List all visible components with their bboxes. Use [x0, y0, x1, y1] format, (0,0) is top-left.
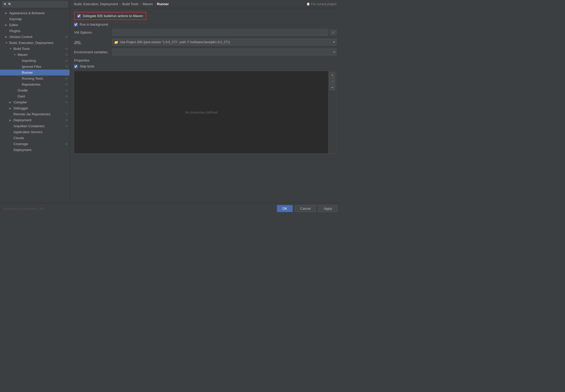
sidebar-item-label-runner: Runner	[22, 71, 33, 74]
vm-options-row: VM Options: ⤢	[74, 29, 336, 36]
sidebar-item-build-tools[interactable]: ▼Build Tools⧉	[0, 46, 70, 52]
sidebar-item-gradle[interactable]: Gradle⧉	[0, 87, 70, 93]
sidebar-item-deployment2[interactable]: Deployment	[0, 147, 70, 153]
sidebar-item-repositories[interactable]: Repositories⧉	[0, 81, 70, 87]
skip-tests-row: Skip tests	[74, 64, 336, 68]
sidebar-item-label-deployment2: Deployment	[13, 148, 31, 152]
sidebar-item-debugger[interactable]: ▶Debugger	[0, 105, 70, 111]
sidebar-item-compiler[interactable]: ▶Compiler⧉	[0, 99, 70, 105]
copy-icon-runner: ⧉	[65, 71, 68, 74]
add-property-button[interactable]: +	[329, 72, 335, 78]
breadcrumb-sep-1: ›	[140, 2, 141, 6]
apply-button[interactable]: Apply	[318, 205, 337, 212]
sidebar-item-running-tests[interactable]: Running Tests⧉	[0, 76, 70, 81]
tree-arrow-appearance: ▶	[5, 12, 9, 14]
env-vars-label: Environment variables:	[74, 50, 110, 54]
sidebar-item-arquillian[interactable]: Arquillian Containers⧉	[0, 123, 70, 129]
jre-dropdown-arrow: ▾	[333, 40, 335, 44]
sidebar-item-importing[interactable]: Importing⧉	[0, 58, 70, 64]
sidebar-item-keymap[interactable]: Keymap	[0, 16, 70, 22]
sidebar-item-coverage[interactable]: Coverage⧉	[0, 141, 70, 147]
search-box[interactable]: 🔍	[0, 0, 70, 9]
sidebar-item-label-coverage: Coverage	[13, 142, 28, 146]
breadcrumb-part-3: Runner	[157, 2, 169, 6]
sidebar-item-label-ignored-files: Ignored Files	[22, 65, 41, 69]
ok-button[interactable]: OK	[277, 205, 293, 212]
main-content: Build, Execution, Deployment › Build Too…	[70, 0, 341, 203]
sidebar-item-deployment[interactable]: ▶Deployment⧉	[0, 117, 70, 123]
env-expand-icon[interactable]: ⧉	[333, 50, 335, 54]
sidebar-item-maven[interactable]: ▼Maven⧉	[0, 52, 70, 58]
sidebar-item-label-compiler: Compiler	[13, 100, 27, 104]
search-input[interactable]	[2, 2, 68, 7]
breadcrumb-sep-2: ›	[154, 2, 155, 6]
dialog-body: 🔍 ▶Appearance & BehaviorKeymap▶EditorPlu…	[0, 0, 341, 203]
copy-icon-arquillian: ⧉	[65, 124, 68, 128]
sidebar-item-label-importing: Importing	[22, 59, 36, 63]
sidebar: 🔍 ▶Appearance & BehaviorKeymap▶EditorPlu…	[0, 0, 70, 203]
skip-tests-checkbox[interactable]	[74, 65, 78, 68]
copy-icon-importing: ⧉	[65, 59, 68, 62]
env-vars-row: Environment variables: ⧉	[74, 49, 336, 55]
sidebar-item-label-gant: Gant	[18, 94, 25, 98]
sidebar-item-remote-jar[interactable]: Remote Jar Repositories⧉	[0, 111, 70, 117]
edit-property-button[interactable]: ✏	[329, 85, 335, 90]
remove-property-button[interactable]: −	[329, 78, 335, 84]
vm-options-label: VM Options:	[74, 31, 110, 34]
env-vars-input[interactable]	[112, 49, 336, 55]
skip-tests-label: Skip tests	[80, 64, 94, 68]
vm-expand-button[interactable]: ⤢	[330, 30, 336, 35]
sidebar-item-build-exec[interactable]: ▼Build, Execution, Deployment	[0, 40, 70, 46]
sidebar-item-ignored-files[interactable]: Ignored Files⧉	[0, 64, 70, 70]
sidebar-item-app-servers[interactable]: Application Servers	[0, 129, 70, 135]
delegate-checkbox[interactable]	[77, 14, 81, 18]
watermark: https://blog.csdn.net/lovely__RR	[3, 207, 44, 210]
breadcrumb-sep-0: ›	[120, 2, 121, 6]
properties-actions-sidebar: + − ✏	[328, 71, 336, 154]
sidebar-item-runner[interactable]: Runner⧉	[0, 70, 70, 76]
properties-area: No properties defined + − ✏	[74, 71, 336, 154]
sidebar-item-label-keymap: Keymap	[9, 17, 22, 21]
sidebar-item-label-app-servers: Application Servers	[13, 130, 42, 134]
copy-icon-version-control: ⧉	[65, 35, 68, 39]
run-background-checkbox[interactable]	[74, 23, 78, 26]
vm-options-input[interactable]	[112, 29, 328, 36]
sidebar-item-label-plugins: Plugins	[9, 29, 20, 33]
sidebar-item-version-control[interactable]: ▶Version Control⧉	[0, 34, 70, 40]
delegate-row: Delegate IDE build/run actions to Maven	[74, 12, 146, 20]
sidebar-item-label-version-control: Version Control	[9, 35, 32, 39]
sidebar-item-editor[interactable]: ▶Editor	[0, 22, 70, 28]
for-current-project: 📋 For current project	[306, 2, 336, 6]
copy-icon-gradle: ⧉	[65, 89, 68, 92]
tree-arrow-editor: ▶	[5, 24, 9, 26]
sidebar-item-gant[interactable]: Gant⧉	[0, 93, 70, 99]
tree-arrow-version-control: ▶	[5, 35, 9, 38]
project-icon: 📋	[306, 2, 310, 6]
bottom-bar: https://blog.csdn.net/lovely__RR OK Canc…	[0, 203, 341, 214]
sidebar-item-label-build-tools: Build Tools	[13, 47, 30, 51]
cancel-button[interactable]: Cancel	[295, 205, 316, 212]
copy-icon-gant: ⧉	[65, 95, 68, 98]
properties-table: No properties defined	[74, 71, 328, 154]
nav-tree: ▶Appearance & BehaviorKeymap▶EditorPlugi…	[0, 9, 70, 203]
breadcrumb-part-1: Build Tools	[122, 2, 138, 6]
jre-row: JRE: 📁 Use Project JDK (java version "1.…	[74, 39, 336, 46]
sidebar-item-label-arquillian: Arquillian Containers	[13, 124, 45, 128]
tree-arrow-maven: ▼	[13, 53, 17, 56]
sidebar-item-appearance[interactable]: ▶Appearance & Behavior	[0, 10, 70, 16]
tree-arrow-debugger: ▶	[9, 107, 13, 110]
sidebar-item-clouds[interactable]: Clouds	[0, 135, 70, 141]
sidebar-item-plugins[interactable]: Plugins	[0, 28, 70, 34]
copy-icon-deployment: ⧉	[65, 118, 68, 122]
sidebar-item-label-remote-jar: Remote Jar Repositories	[13, 112, 50, 116]
sidebar-item-label-clouds: Clouds	[13, 136, 24, 140]
jre-select[interactable]: 📁 Use Project JDK (java version "1.8.0_2…	[112, 39, 336, 46]
tree-arrow-compiler: ▶	[9, 101, 13, 104]
run-background-label: Run in background	[80, 22, 108, 26]
sidebar-item-label-running-tests: Running Tests	[22, 77, 43, 80]
tree-arrow-build-tools: ▼	[9, 47, 13, 50]
env-vars-wrapper: ⧉	[112, 49, 336, 55]
copy-icon-repositories: ⧉	[65, 83, 68, 86]
sidebar-item-label-editor: Editor	[9, 23, 18, 27]
copy-icon-remote-jar: ⧉	[65, 112, 68, 116]
